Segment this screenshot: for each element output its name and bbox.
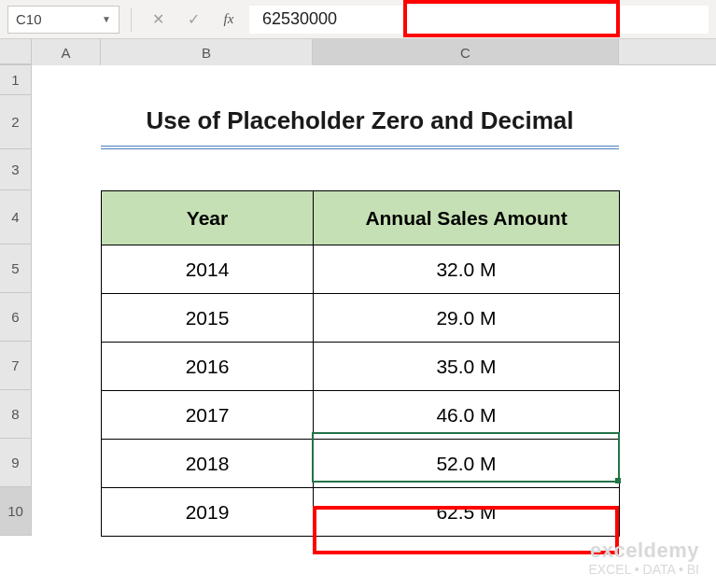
cell-grid[interactable]: Use of Placeholder Zero and Decimal Year…	[32, 65, 716, 536]
row-header-9[interactable]: 9	[0, 439, 32, 487]
table-row: 2015 29.0 M	[102, 294, 620, 343]
name-box[interactable]: C10 ▼	[7, 6, 119, 34]
cell-year[interactable]: 2015	[102, 294, 314, 343]
enter-icon[interactable]: ✓	[178, 6, 208, 34]
data-table: Year Annual Sales Amount 2014 32.0 M 201…	[101, 190, 620, 537]
select-all-triangle[interactable]	[0, 39, 32, 64]
cell-year[interactable]: 2016	[102, 343, 314, 391]
header-year[interactable]: Year	[102, 191, 314, 245]
cell-amount[interactable]: 32.0 M	[314, 245, 620, 294]
row-headers: 1 2 3 4 5 6 7 8 9 10	[0, 65, 32, 536]
row-header-10[interactable]: 10	[0, 487, 32, 536]
header-amount[interactable]: Annual Sales Amount	[314, 191, 620, 245]
table-row: 2016 35.0 M	[102, 343, 620, 391]
separator	[131, 7, 132, 32]
formula-value: 62530000	[262, 9, 337, 29]
row-header-8[interactable]: 8	[0, 390, 32, 439]
title-cell[interactable]: Use of Placeholder Zero and Decimal	[101, 95, 619, 149]
table-row: 2017 46.0 M	[102, 391, 620, 440]
table-row: 2019 62.5 M	[102, 488, 620, 537]
row-header-1[interactable]: 1	[0, 65, 32, 95]
row-header-6[interactable]: 6	[0, 293, 32, 342]
formula-bar: C10 ▼ ✕ ✓ fx 62530000	[0, 0, 716, 39]
column-header-a[interactable]: A	[32, 39, 101, 65]
cell-year[interactable]: 2014	[102, 245, 314, 294]
watermark: exceldemy EXCEL • DATA • BI	[589, 539, 699, 577]
cell-year[interactable]: 2018	[102, 440, 314, 488]
table-header-row: Year Annual Sales Amount	[102, 191, 620, 245]
fx-icon[interactable]: fx	[214, 6, 244, 34]
chevron-down-icon[interactable]: ▼	[102, 14, 111, 24]
table-row: 2014 32.0 M	[102, 245, 620, 294]
cell-year[interactable]: 2019	[102, 488, 314, 537]
cell-amount[interactable]: 29.0 M	[314, 294, 620, 343]
cell-amount[interactable]: 52.0 M	[314, 440, 620, 488]
cell-year[interactable]: 2017	[102, 391, 314, 440]
row-header-2[interactable]: 2	[0, 95, 32, 149]
row-header-4[interactable]: 4	[0, 190, 32, 245]
row-header-5[interactable]: 5	[0, 245, 32, 293]
cell-amount[interactable]: 62.5 M	[314, 488, 620, 537]
column-header-b[interactable]: B	[101, 39, 313, 65]
watermark-tagline: EXCEL • DATA • BI	[589, 563, 699, 577]
watermark-brand: exceldemy	[589, 539, 699, 562]
cell-amount[interactable]: 35.0 M	[314, 343, 620, 391]
cancel-icon[interactable]: ✕	[143, 6, 173, 34]
name-box-value: C10	[16, 11, 42, 27]
row-header-3[interactable]: 3	[0, 149, 32, 190]
column-headers: A B C	[0, 39, 716, 65]
cell-amount[interactable]: 46.0 M	[314, 391, 620, 440]
worksheet: A B C 1 2 3 4 5 6 7 8 9 10 Use of Placeh…	[0, 39, 716, 536]
column-header-c[interactable]: C	[313, 39, 619, 65]
formula-input[interactable]: 62530000	[249, 6, 709, 34]
table-row: 2018 52.0 M	[102, 440, 620, 488]
row-header-7[interactable]: 7	[0, 342, 32, 390]
